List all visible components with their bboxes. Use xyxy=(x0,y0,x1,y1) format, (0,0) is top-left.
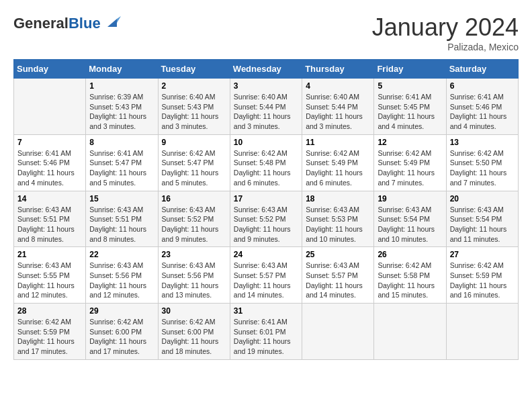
calendar-cell xyxy=(14,79,86,135)
day-number: 5 xyxy=(378,81,442,91)
day-number: 31 xyxy=(234,306,298,316)
calendar-cell xyxy=(302,304,374,360)
header-row: SundayMondayTuesdayWednesdayThursdayFrid… xyxy=(14,60,519,79)
day-info: Sunrise: 6:42 AMSunset: 6:00 PMDaylight:… xyxy=(162,317,226,357)
weekday-header: Tuesday xyxy=(158,60,230,79)
day-number: 26 xyxy=(378,250,442,259)
day-number: 27 xyxy=(450,250,515,259)
location: Palizada, Mexico xyxy=(372,42,519,52)
weekday-header: Monday xyxy=(86,60,158,79)
month-title: January 2024 xyxy=(372,13,519,42)
day-number: 8 xyxy=(89,138,154,147)
day-number: 12 xyxy=(378,138,442,147)
day-info: Sunrise: 6:43 AMSunset: 5:57 PMDaylight:… xyxy=(306,261,370,300)
calendar-cell: 28Sunrise: 6:42 AMSunset: 5:59 PMDayligh… xyxy=(14,304,86,360)
logo-icon xyxy=(102,13,122,34)
day-info: Sunrise: 6:43 AMSunset: 5:56 PMDaylight:… xyxy=(89,261,154,300)
title-block: January 2024 Palizada, Mexico xyxy=(372,13,519,52)
day-number: 11 xyxy=(306,138,370,147)
calendar-cell: 7Sunrise: 6:41 AMSunset: 5:46 PMDaylight… xyxy=(14,134,86,191)
day-number: 15 xyxy=(89,194,154,203)
weekday-header: Saturday xyxy=(446,60,518,79)
day-info: Sunrise: 6:40 AMSunset: 5:44 PMDaylight:… xyxy=(306,92,370,132)
calendar-cell: 12Sunrise: 6:42 AMSunset: 5:49 PMDayligh… xyxy=(374,134,446,191)
calendar-cell: 26Sunrise: 6:42 AMSunset: 5:58 PMDayligh… xyxy=(374,247,446,304)
day-number: 9 xyxy=(162,138,226,147)
calendar-cell: 24Sunrise: 6:43 AMSunset: 5:57 PMDayligh… xyxy=(230,247,302,304)
calendar-cell: 27Sunrise: 6:42 AMSunset: 5:59 PMDayligh… xyxy=(446,247,518,304)
weekday-header: Wednesday xyxy=(230,60,302,79)
calendar-cell: 8Sunrise: 6:41 AMSunset: 5:47 PMDaylight… xyxy=(86,134,158,191)
day-number: 28 xyxy=(17,306,82,316)
day-info: Sunrise: 6:43 AMSunset: 5:52 PMDaylight:… xyxy=(234,205,298,244)
day-info: Sunrise: 6:42 AMSunset: 5:50 PMDaylight:… xyxy=(450,148,515,188)
logo-blue-text: Blue xyxy=(69,15,101,32)
day-number: 20 xyxy=(450,194,515,203)
day-number: 1 xyxy=(89,81,154,91)
day-number: 23 xyxy=(162,250,226,259)
day-info: Sunrise: 6:43 AMSunset: 5:54 PMDaylight:… xyxy=(450,205,515,244)
day-info: Sunrise: 6:42 AMSunset: 5:48 PMDaylight:… xyxy=(234,148,298,188)
day-info: Sunrise: 6:43 AMSunset: 5:55 PMDaylight:… xyxy=(17,261,82,300)
day-info: Sunrise: 6:39 AMSunset: 5:43 PMDaylight:… xyxy=(89,92,154,132)
weekday-header: Sunday xyxy=(14,60,86,79)
day-info: Sunrise: 6:41 AMSunset: 5:45 PMDaylight:… xyxy=(378,92,442,132)
day-info: Sunrise: 6:42 AMSunset: 5:49 PMDaylight:… xyxy=(306,148,370,188)
day-number: 16 xyxy=(162,194,226,203)
calendar-cell: 17Sunrise: 6:43 AMSunset: 5:52 PMDayligh… xyxy=(230,191,302,247)
day-info: Sunrise: 6:41 AMSunset: 6:01 PMDaylight:… xyxy=(234,317,298,357)
calendar-cell: 5Sunrise: 6:41 AMSunset: 5:45 PMDaylight… xyxy=(374,79,446,135)
svg-marker-0 xyxy=(107,19,117,27)
day-info: Sunrise: 6:40 AMSunset: 5:44 PMDaylight:… xyxy=(234,92,298,132)
day-info: Sunrise: 6:42 AMSunset: 5:59 PMDaylight:… xyxy=(17,317,82,357)
day-number: 4 xyxy=(306,81,370,91)
day-number: 10 xyxy=(234,138,298,147)
calendar-cell: 30Sunrise: 6:42 AMSunset: 6:00 PMDayligh… xyxy=(158,304,230,360)
day-info: Sunrise: 6:42 AMSunset: 5:58 PMDaylight:… xyxy=(378,261,442,300)
calendar-cell: 4Sunrise: 6:40 AMSunset: 5:44 PMDaylight… xyxy=(302,79,374,135)
calendar-cell xyxy=(446,304,518,360)
calendar-cell: 6Sunrise: 6:41 AMSunset: 5:46 PMDaylight… xyxy=(446,79,518,135)
day-number: 13 xyxy=(450,138,515,147)
calendar-cell: 18Sunrise: 6:43 AMSunset: 5:53 PMDayligh… xyxy=(302,191,374,247)
calendar-cell: 16Sunrise: 6:43 AMSunset: 5:52 PMDayligh… xyxy=(158,191,230,247)
calendar-cell: 23Sunrise: 6:43 AMSunset: 5:56 PMDayligh… xyxy=(158,247,230,304)
day-number: 25 xyxy=(306,250,370,259)
day-info: Sunrise: 6:41 AMSunset: 5:47 PMDaylight:… xyxy=(89,148,154,188)
calendar-cell: 31Sunrise: 6:41 AMSunset: 6:01 PMDayligh… xyxy=(230,304,302,360)
page-header: GeneralBlue January 2024 Palizada, Mexic… xyxy=(13,13,519,52)
calendar-cell: 3Sunrise: 6:40 AMSunset: 5:44 PMDaylight… xyxy=(230,79,302,135)
day-number: 18 xyxy=(306,194,370,203)
day-number: 19 xyxy=(378,194,442,203)
day-number: 29 xyxy=(89,306,154,316)
day-info: Sunrise: 6:43 AMSunset: 5:51 PMDaylight:… xyxy=(89,205,154,244)
day-info: Sunrise: 6:43 AMSunset: 5:53 PMDaylight:… xyxy=(306,205,370,244)
calendar-cell: 14Sunrise: 6:43 AMSunset: 5:51 PMDayligh… xyxy=(14,191,86,247)
day-number: 22 xyxy=(89,250,154,259)
calendar-week-row: 28Sunrise: 6:42 AMSunset: 5:59 PMDayligh… xyxy=(14,304,519,360)
calendar-cell xyxy=(374,304,446,360)
day-info: Sunrise: 6:42 AMSunset: 6:00 PMDaylight:… xyxy=(89,317,154,357)
day-number: 3 xyxy=(234,81,298,91)
weekday-header: Thursday xyxy=(302,60,374,79)
day-number: 21 xyxy=(17,250,82,259)
calendar-week-row: 21Sunrise: 6:43 AMSunset: 5:55 PMDayligh… xyxy=(14,247,519,304)
day-number: 24 xyxy=(234,250,298,259)
day-info: Sunrise: 6:41 AMSunset: 5:46 PMDaylight:… xyxy=(450,92,515,132)
calendar-cell: 15Sunrise: 6:43 AMSunset: 5:51 PMDayligh… xyxy=(86,191,158,247)
day-info: Sunrise: 6:43 AMSunset: 5:57 PMDaylight:… xyxy=(234,261,298,300)
day-info: Sunrise: 6:43 AMSunset: 5:54 PMDaylight:… xyxy=(378,205,442,244)
day-number: 6 xyxy=(450,81,515,91)
day-number: 14 xyxy=(17,194,82,203)
calendar-cell: 1Sunrise: 6:39 AMSunset: 5:43 PMDaylight… xyxy=(86,79,158,135)
day-info: Sunrise: 6:42 AMSunset: 5:49 PMDaylight:… xyxy=(378,148,442,188)
svg-marker-1 xyxy=(117,16,121,23)
day-info: Sunrise: 6:42 AMSunset: 5:59 PMDaylight:… xyxy=(450,261,515,300)
calendar-cell: 13Sunrise: 6:42 AMSunset: 5:50 PMDayligh… xyxy=(446,134,518,191)
day-info: Sunrise: 6:43 AMSunset: 5:51 PMDaylight:… xyxy=(17,205,82,244)
weekday-header: Friday xyxy=(374,60,446,79)
calendar-cell: 25Sunrise: 6:43 AMSunset: 5:57 PMDayligh… xyxy=(302,247,374,304)
calendar-cell: 19Sunrise: 6:43 AMSunset: 5:54 PMDayligh… xyxy=(374,191,446,247)
day-info: Sunrise: 6:43 AMSunset: 5:56 PMDaylight:… xyxy=(162,261,226,300)
calendar-cell: 11Sunrise: 6:42 AMSunset: 5:49 PMDayligh… xyxy=(302,134,374,191)
